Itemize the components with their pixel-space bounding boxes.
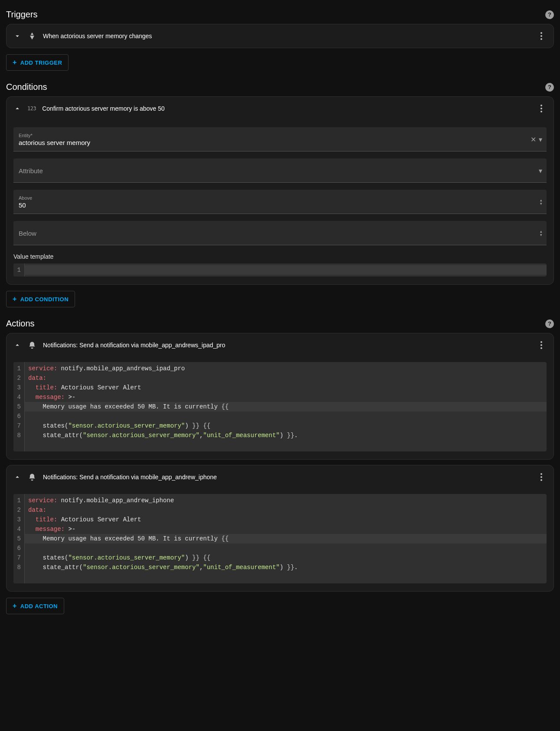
entity-label: Entity* [19,133,541,138]
gutter: 1 [13,263,25,277]
triggers-section-header: Triggers ? [6,10,554,20]
actions-section-header: Actions ? [6,319,554,329]
plus-icon: + [13,59,17,66]
action-card: Notifications: Send a notification via m… [6,465,554,592]
add-condition-label: ADD CONDITION [20,296,69,303]
add-condition-button[interactable]: + ADD CONDITION [6,291,75,307]
yaml-editor[interactable]: 12345678service: notify.mobile_app_andre… [13,494,547,583]
condition-card-header[interactable]: 123 Confirm actorious server memory is a… [7,97,553,120]
add-action-button[interactable]: + ADD ACTION [6,598,64,614]
below-field[interactable]: Below ▴▾ [13,221,547,245]
add-action-label: ADD ACTION [20,603,58,609]
help-icon[interactable]: ? [545,10,554,19]
above-field[interactable]: Above 50 ▴▾ [13,190,547,214]
code-area[interactable]: service: notify.mobile_app_andrew_iphone… [25,494,547,583]
yaml-editor[interactable]: 12345678service: notify.mobile_app_andre… [13,362,547,451]
action-menu-icon[interactable] [536,471,547,483]
value-template-editor[interactable]: 1 [13,263,547,277]
trigger-card: When actorious server memory changes [6,24,554,48]
state-change-icon [27,31,37,41]
plus-icon: + [13,603,17,609]
condition-menu-icon[interactable] [536,103,547,114]
above-value: 50 [19,201,541,209]
value-template-label: Value template [13,253,547,260]
notification-icon [27,472,37,482]
notification-icon [27,340,37,350]
numeric-state-icon: 123 [27,105,36,112]
trigger-card-header[interactable]: When actorious server memory changes [7,24,553,48]
action-card: Notifications: Send a notification via m… [6,333,554,460]
add-trigger-button[interactable]: + ADD TRIGGER [6,54,69,71]
attribute-label: Attribute [19,167,541,175]
entity-field[interactable]: Entity* actorious server memory ✕ ▾ [13,127,547,151]
triggers-title: Triggers [6,10,38,20]
chevron-up-icon[interactable] [13,105,21,112]
chevron-down-icon[interactable] [13,32,21,40]
action-card-header[interactable]: Notifications: Send a notification via m… [7,333,553,357]
number-stepper-icon[interactable]: ▴▾ [540,198,542,205]
chevron-up-icon[interactable] [13,473,21,481]
chevron-up-icon[interactable] [13,341,21,349]
attribute-field[interactable]: Attribute ▾ [13,158,547,183]
dropdown-icon[interactable]: ▾ [539,135,542,143]
above-label: Above [19,195,541,201]
action-title: Notifications: Send a notification via m… [43,342,530,349]
condition-title: Confirm actorious server memory is above… [42,105,530,112]
action-body: 12345678service: notify.mobile_app_andre… [7,494,553,591]
action-body: 12345678service: notify.mobile_app_andre… [7,362,553,459]
gutter: 12345678 [13,362,25,451]
number-stepper-icon[interactable]: ▴▾ [540,230,542,237]
action-menu-icon[interactable] [536,339,547,351]
dropdown-icon[interactable]: ▾ [539,166,542,175]
code-area[interactable]: service: notify.mobile_app_andrews_ipad_… [25,362,547,451]
action-title: Notifications: Send a notification via m… [43,474,530,481]
conditions-title: Conditions [6,82,47,92]
condition-card: 123 Confirm actorious server memory is a… [6,96,554,285]
entity-value: actorious server memory [19,139,541,146]
condition-body: Entity* actorious server memory ✕ ▾ Attr… [7,127,553,284]
trigger-title: When actorious server memory changes [43,33,530,40]
conditions-section-header: Conditions ? [6,82,554,92]
code-area[interactable] [25,263,547,277]
help-icon[interactable]: ? [545,83,554,92]
gutter: 12345678 [13,494,25,583]
below-label: Below [19,230,541,237]
action-card-header[interactable]: Notifications: Send a notification via m… [7,465,553,489]
actions-title: Actions [6,319,35,329]
clear-icon[interactable]: ✕ [531,135,536,143]
plus-icon: + [13,296,17,303]
trigger-menu-icon[interactable] [536,30,547,42]
add-trigger-label: ADD TRIGGER [20,59,62,66]
help-icon[interactable]: ? [545,319,554,328]
